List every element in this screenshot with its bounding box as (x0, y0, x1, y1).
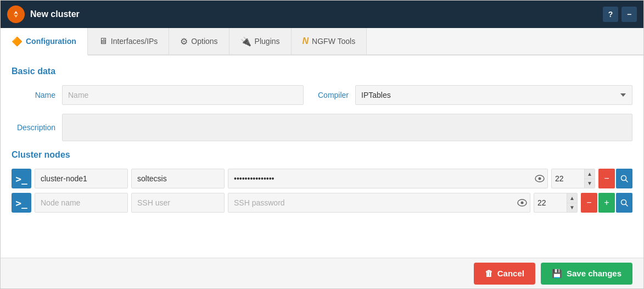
tab-plugins-label: Plugins (255, 37, 280, 46)
minimize-button[interactable]: − (621, 7, 637, 22)
tab-interfaces-label: Interfaces/IPs (111, 37, 158, 46)
cancel-icon: 🗑 (485, 269, 493, 278)
tab-ngfw-label: NGFW Tools (312, 37, 355, 46)
compiler-label: Compiler (310, 91, 349, 99)
port-wrapper-1: ▲ ▼ (551, 169, 595, 188)
cancel-button[interactable]: 🗑 Cancel (474, 263, 535, 285)
show-password-btn-2[interactable] (517, 199, 527, 207)
save-label: Save changes (567, 269, 621, 278)
footer: 🗑 Cancel 💾 Save changes (1, 258, 643, 288)
cluster-nodes-title: Cluster nodes (12, 150, 632, 160)
configuration-icon: 🔶 (12, 36, 23, 47)
svg-line-6 (626, 180, 628, 182)
table-row: >_ ▲ ▼ − (12, 193, 632, 213)
ngfw-icon: N (303, 36, 309, 46)
description-label: Description (12, 123, 55, 132)
search-node-btn-1[interactable] (616, 169, 632, 188)
tab-bar: 🔶 Configuration 🖥 Interfaces/IPs ⚙ Optio… (1, 28, 643, 55)
port-down-btn-2[interactable]: ▼ (567, 203, 577, 213)
node-name-input-1[interactable] (35, 169, 128, 188)
title-bar: New cluster ? − (1, 1, 643, 28)
interfaces-icon: 🖥 (99, 36, 108, 46)
compiler-select[interactable]: IPTables nftables (355, 85, 632, 105)
svg-point-4 (539, 177, 541, 180)
tab-options[interactable]: ⚙ Options (169, 28, 229, 54)
description-row: Description (12, 114, 632, 141)
tab-options-label: Options (191, 37, 217, 46)
node-actions-2: − + (581, 193, 632, 213)
ssh-password-input-1[interactable] (228, 169, 548, 188)
title-bar-actions: ? − (603, 7, 637, 22)
ssh-user-input-2[interactable] (131, 193, 225, 213)
compiler-wrapper: Compiler IPTables nftables (310, 85, 632, 105)
node-terminal-icon-2: >_ (12, 193, 31, 213)
add-node-btn-2[interactable]: + (598, 193, 615, 213)
password-wrapper-1 (228, 169, 548, 188)
ssh-password-input-2[interactable] (228, 193, 530, 213)
port-input-1[interactable] (552, 169, 584, 188)
port-up-btn-2[interactable]: ▲ (567, 193, 577, 203)
node-terminal-icon: >_ (12, 169, 31, 188)
window-title: New cluster (30, 9, 597, 19)
tab-plugins[interactable]: 🔌 Plugins (229, 28, 292, 54)
svg-line-10 (626, 204, 628, 207)
tab-interfaces[interactable]: 🖥 Interfaces/IPs (88, 28, 170, 54)
port-down-btn-1[interactable]: ▼ (585, 179, 595, 188)
tab-configuration-label: Configuration (26, 37, 76, 46)
port-up-btn-1[interactable]: ▲ (585, 169, 595, 179)
save-icon: 💾 (552, 269, 562, 279)
port-spinners-2: ▲ ▼ (567, 193, 577, 212)
app-logo (7, 5, 25, 23)
plugins-icon: 🔌 (240, 36, 251, 47)
save-button[interactable]: 💾 Save changes (541, 263, 632, 285)
node-actions-1: − (598, 169, 632, 188)
port-input-2[interactable] (534, 193, 567, 212)
table-row: >_ ▲ ▼ − (12, 169, 632, 188)
node-name-input-2[interactable] (35, 193, 128, 213)
basic-data-title: Basic data (12, 66, 632, 76)
remove-node-btn-1[interactable]: − (598, 169, 615, 188)
password-wrapper-2 (228, 193, 530, 213)
description-input[interactable] (62, 114, 632, 141)
content-area: Basic data Name Compiler IPTables nftabl… (1, 55, 643, 258)
port-spinners-1: ▲ ▼ (584, 169, 595, 188)
name-label: Name (12, 91, 55, 99)
tab-configuration[interactable]: 🔶 Configuration (1, 28, 88, 55)
main-window: New cluster ? − 🔶 Configuration 🖥 Interf… (0, 0, 644, 289)
name-compiler-row: Name Compiler IPTables nftables (12, 85, 632, 105)
name-input[interactable] (62, 85, 304, 105)
svg-point-8 (521, 202, 524, 204)
search-node-btn-2[interactable] (616, 193, 632, 213)
ssh-user-input-1[interactable] (131, 169, 225, 188)
options-icon: ⚙ (180, 36, 188, 47)
show-password-btn-1[interactable] (535, 175, 545, 182)
tab-ngfw[interactable]: N NGFW Tools (292, 28, 367, 54)
port-wrapper-2: ▲ ▼ (534, 193, 578, 213)
help-button[interactable]: ? (603, 7, 618, 22)
remove-node-btn-2[interactable]: − (581, 193, 597, 213)
cancel-label: Cancel (497, 269, 524, 278)
